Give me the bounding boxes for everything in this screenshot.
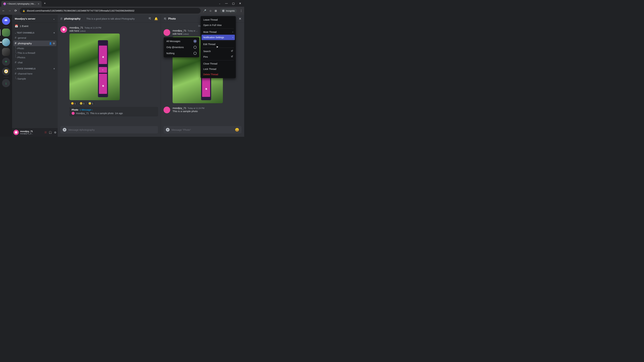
message-composer[interactable]: + Message #photography xyxy=(60,126,158,133)
notification-settings-submenu: All Messages Only @mentions Nothing xyxy=(164,37,199,57)
reaction[interactable]: 🥹 1 xyxy=(78,102,86,105)
back-button[interactable]: ← xyxy=(2,9,5,12)
thread-message: moodjoy_71 Today at 11:24 PM This is a s… xyxy=(164,106,242,114)
menu-leave-thread[interactable]: Leave Thread xyxy=(202,17,235,22)
hash-icon: # xyxy=(15,36,16,39)
tab-close-button[interactable]: ✕ xyxy=(38,2,40,5)
reaction-count: 1 xyxy=(83,102,84,105)
thread-this-is-thread[interactable]: This is a thread! xyxy=(14,51,56,55)
message-avatar[interactable] xyxy=(164,29,170,36)
thread-preview-card[interactable]: Photo 1 Message › moodjoy_71 This is a s… xyxy=(70,107,158,116)
window-minimize-button[interactable]: — xyxy=(225,2,228,5)
text-channels-label: TEXT CHANNELS xyxy=(17,32,34,34)
thread-photo[interactable]: Photo xyxy=(14,46,56,51)
window-maximize-button[interactable]: ▢ xyxy=(232,2,234,5)
extensions-icon[interactable]: ⊞ xyxy=(215,9,217,12)
menu-mute-thread[interactable]: Mute Thread› xyxy=(202,29,235,35)
channel-topic[interactable]: This is a good place to talk about Photo… xyxy=(84,17,146,20)
message-timestamp: Today at … xyxy=(188,30,198,32)
radio-only-mentions[interactable]: Only @mentions xyxy=(165,44,198,50)
message-author[interactable]: moodjoy_71 xyxy=(172,29,186,32)
server-icon-1[interactable] xyxy=(2,28,10,36)
voice-sample[interactable]: Sample xyxy=(14,76,56,81)
reaction-count: 1 xyxy=(74,102,76,105)
message-avatar[interactable] xyxy=(60,26,67,33)
message-author[interactable]: moodjoy_71 xyxy=(172,107,186,109)
menu-notification-settings[interactable]: Notification Settings› xyxy=(202,35,235,40)
popout-icon xyxy=(231,50,233,53)
menu-open-full-view[interactable]: Open in Full View xyxy=(202,22,235,28)
voice-search-icon[interactable]: 🎤 xyxy=(203,9,206,12)
events-button[interactable]: 📅 1 Event xyxy=(12,23,58,29)
server-icon-3[interactable] xyxy=(2,48,10,56)
thread-photos[interactable]: Photos xyxy=(14,55,56,60)
url-input[interactable]: 🔒 discord.com/channels/11823468517819843… xyxy=(20,8,200,13)
sign-text-2: 不動滝 xyxy=(202,77,210,97)
reaction[interactable]: 😋 1 xyxy=(70,102,77,105)
browser-tab[interactable]: • Discord | #photography | Moo… ✕ xyxy=(1,1,42,7)
close-thread-button[interactable]: ✕ xyxy=(239,17,242,21)
add-server-button[interactable]: + xyxy=(2,58,10,66)
thread-context-menu: Leave Thread Open in Full View Mute Thre… xyxy=(200,16,236,78)
channel-general[interactable]: # general xyxy=(14,35,56,40)
voice-channels-header[interactable]: ⌄VOICE CHANNELS + xyxy=(14,66,56,71)
menu-pins[interactable]: Pins xyxy=(202,54,235,59)
notifications-icon[interactable]: 🔔 xyxy=(154,17,158,21)
gear-icon[interactable]: ⚙ xyxy=(53,42,55,45)
headphones-icon[interactable]: 🎧 xyxy=(49,131,52,134)
channel-label: channel-here xyxy=(18,72,32,75)
incognito-indicator[interactable]: ◐ Incognito xyxy=(220,8,237,13)
message-avatar[interactable] xyxy=(164,107,170,113)
attach-button[interactable]: + xyxy=(63,128,66,132)
composer-placeholder[interactable]: Message #photography xyxy=(68,128,156,131)
server-icon-2[interactable] xyxy=(2,38,10,46)
new-tab-button[interactable]: + xyxy=(44,2,46,5)
settings-gear-icon[interactable]: ⚙ xyxy=(54,131,56,134)
bookmark-icon[interactable]: ☆ xyxy=(209,9,212,12)
threads-icon[interactable] xyxy=(148,17,151,20)
explore-servers-button[interactable]: 🧭 xyxy=(2,67,10,75)
add-channel-button[interactable]: + xyxy=(53,31,55,34)
menu-close-thread[interactable]: Close Thread xyxy=(202,61,235,66)
thread-preview-count: 1 Message › xyxy=(80,108,92,111)
menu-lock-thread[interactable]: Lock Thread xyxy=(202,66,235,72)
browser-menu-icon[interactable]: ⋮ xyxy=(240,9,242,12)
mute-mic-icon[interactable]: 🎤⃠ xyxy=(44,131,46,134)
radio-unselected-icon xyxy=(194,52,196,55)
emoji-picker-icon[interactable]: 😀 xyxy=(235,128,239,132)
message-attachment-image[interactable]: 行者滝 ← 不動滝 xyxy=(70,33,120,100)
user-avatar[interactable] xyxy=(14,130,19,135)
user-info[interactable]: moodjoy_71 moodjoy71_0… xyxy=(20,130,33,135)
lock-icon: 🔒 xyxy=(22,9,25,12)
text-channels-header[interactable]: ⌄TEXT CHANNELS + xyxy=(14,31,56,35)
radio-all-messages[interactable]: All Messages xyxy=(165,38,198,44)
direct-messages-button[interactable] xyxy=(2,17,10,25)
channel-photography[interactable]: # photography 👤 ⚙ xyxy=(14,40,56,46)
attach-button[interactable]: + xyxy=(166,128,170,132)
tab-list-chevron-icon[interactable]: ⌄ xyxy=(219,2,221,5)
server-header[interactable]: Moodjoy's server ⌄ xyxy=(12,15,58,23)
reload-button[interactable]: ⟳ xyxy=(14,9,18,12)
messages-scroll[interactable]: moodjoy_71 Today at 11:24 PM edit here (… xyxy=(58,23,161,126)
download-apps-button[interactable]: ↓ xyxy=(2,79,10,87)
discord-favicon xyxy=(3,2,6,5)
window-close-button[interactable]: ✕ xyxy=(239,2,241,5)
channel-here[interactable]: # channel-here xyxy=(14,71,56,76)
add-channel-button[interactable]: + xyxy=(53,67,55,70)
menu-search[interactable]: Search xyxy=(202,48,235,54)
composer-placeholder[interactable]: Message "Photo" xyxy=(172,128,233,131)
incognito-icon: ◐ xyxy=(222,9,225,12)
radio-nothing[interactable]: Nothing xyxy=(165,50,198,56)
channel-chat[interactable]: # chat xyxy=(14,60,56,65)
menu-edit-thread[interactable]: Edit Thread xyxy=(202,41,235,47)
thread-composer[interactable]: + Message "Photo" 😀 xyxy=(164,126,242,133)
forward-button[interactable]: → xyxy=(8,9,12,12)
server-name: Moodjoy's server xyxy=(15,17,36,20)
menu-delete-thread[interactable]: Delete Thread xyxy=(202,72,235,77)
reaction-emoji: 😋 xyxy=(71,102,74,105)
user-tag: moodjoy71_0… xyxy=(20,133,33,135)
reaction[interactable]: 😇 1 xyxy=(87,102,94,105)
radio-selected-icon xyxy=(194,40,196,43)
invite-icon[interactable]: 👤 xyxy=(49,42,52,45)
message-author[interactable]: moodjoy_71 xyxy=(70,26,83,29)
